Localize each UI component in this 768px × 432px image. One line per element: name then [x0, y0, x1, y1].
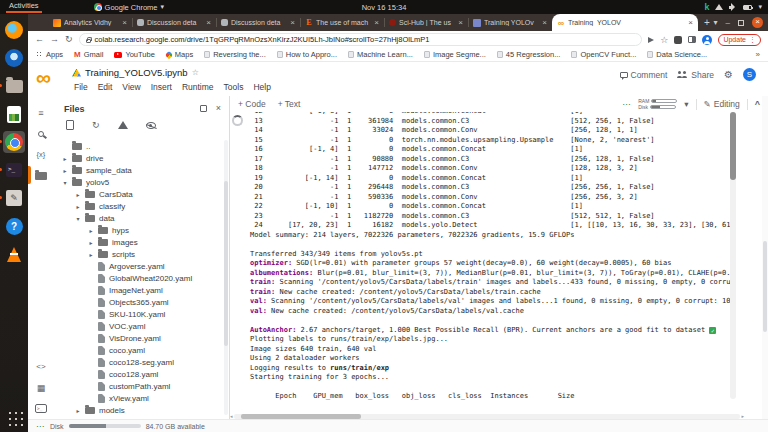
sidebar-command-palette-icon[interactable]: ▦ [28, 377, 54, 398]
bookmark-item[interactable]: YouTube [114, 50, 154, 59]
chevron-right-icon[interactable]: ▸ [88, 239, 94, 246]
bookmark-item[interactable]: Machine Learn... [348, 50, 413, 59]
close-panel-icon[interactable]: × [216, 103, 221, 113]
notebook-title[interactable]: Training_YOLOV5.ipynb [85, 67, 188, 78]
tab-close-icon[interactable]: × [688, 18, 693, 27]
dock-item-thunderbird[interactable] [3, 47, 25, 69]
upload-icon[interactable] [66, 120, 74, 130]
tree-item-classify[interactable]: ▸classify [54, 200, 223, 212]
tree-item-objects365-yaml[interactable]: Objects365.yaml [54, 296, 223, 308]
bookmark-item[interactable]: Data Science... [647, 50, 707, 59]
dock-item-files[interactable] [3, 75, 25, 97]
chevron-right-icon[interactable]: ▸ [75, 407, 81, 414]
browser-tab[interactable]: Analytics Vidhy× [48, 14, 132, 31]
star-notebook-icon[interactable]: ☆ [192, 68, 199, 77]
tree-item-coco128-seg-yaml[interactable]: coco128-seg.yaml [54, 356, 223, 368]
bookmark-item[interactable]: How to Appro... [277, 50, 337, 59]
extension-icon[interactable] [674, 36, 682, 44]
add-code-button[interactable]: + Code [238, 99, 266, 109]
dock-item-vlc[interactable] [3, 243, 25, 265]
bookmark-item[interactable]: Reversing the... [204, 50, 266, 59]
tree-item-coco-yaml[interactable]: coco.yaml [54, 344, 223, 356]
tree-item-images[interactable]: ▸images [54, 236, 223, 248]
activities-button[interactable]: Activities [6, 1, 42, 13]
lock-icon[interactable] [86, 39, 91, 43]
chevron-down-icon[interactable]: ▾ [75, 215, 81, 222]
address-bar[interactable]: colab.research.google.com/drive/1TqGRPqR… [79, 33, 643, 46]
minimize-button[interactable]: – [726, 18, 730, 27]
dock-item-show-apps[interactable] [3, 406, 25, 428]
browser-tab[interactable]: EThe use of mach× [300, 14, 384, 31]
tree-item-drive[interactable]: ▸drive [54, 152, 223, 164]
tab-search-caret-icon[interactable]: ▾ [714, 18, 718, 27]
add-text-button[interactable]: + Text [278, 99, 301, 109]
collapse-output-icon[interactable]: ^ [755, 99, 760, 109]
tab-close-icon[interactable]: × [290, 18, 295, 27]
more-menu-icon[interactable]: ⋮ [749, 36, 756, 44]
sidebar-files-icon[interactable] [28, 165, 54, 186]
dock-item-help[interactable]: ? [3, 215, 25, 237]
dock-item-firefox[interactable] [3, 19, 25, 41]
chevron-down-icon[interactable]: ▾ [62, 179, 68, 186]
url-text[interactable]: colab.research.google.com/drive/1TqGRPqR… [95, 35, 430, 44]
forward-button[interactable]: → [50, 35, 59, 44]
profile-avatar[interactable] [702, 35, 712, 45]
tree-item-carsdata[interactable]: ▸CarsData [54, 188, 223, 200]
chevron-right-icon[interactable]: ▸ [62, 167, 68, 174]
menu-file[interactable]: File [74, 82, 88, 92]
tree-item-visdrone-yaml[interactable]: VisDrone.yaml [54, 332, 223, 344]
refresh-icon[interactable]: ↻ [92, 120, 100, 130]
page-scrollbar[interactable] [762, 96, 768, 419]
maximize-button[interactable] [738, 20, 744, 26]
hide-files-icon[interactable] [146, 122, 156, 129]
system-tray[interactable]: k▾ [704, 0, 762, 14]
tree-item-scripts[interactable]: ▸scripts [54, 248, 223, 260]
sidebar-variables-icon[interactable]: {x} [28, 144, 54, 165]
reload-button[interactable]: ↻ [65, 35, 73, 44]
tab-close-icon[interactable]: × [122, 18, 127, 27]
colab-logo-icon[interactable]: ∞ [36, 66, 51, 90]
bookmark-item[interactable]: Apps [36, 50, 63, 59]
tree-item--[interactable]: .. [54, 140, 223, 152]
settings-gear-icon[interactable]: ⚙ [724, 69, 733, 80]
dock-item-text-editor[interactable]: ✎ [3, 187, 25, 209]
bookmark-item[interactable]: Maps [166, 50, 193, 59]
resources-caret-icon[interactable]: ▾ [684, 99, 688, 109]
tree-item-sku-110k-yaml[interactable]: SKU-110K.yaml [54, 308, 223, 320]
tree-item-sample-data[interactable]: ▸sample_data [54, 164, 223, 176]
tab-close-icon[interactable]: × [542, 18, 547, 27]
menu-view[interactable]: View [122, 82, 140, 92]
comment-button[interactable]: Comment [620, 70, 668, 80]
tree-item-coco128-yaml[interactable]: coco128.yaml [54, 368, 223, 380]
menu-edit[interactable]: Edit [98, 82, 113, 92]
app-menu[interactable]: Google Chrome ▾ [94, 3, 164, 12]
output-vertical-scrollbar[interactable] [730, 112, 736, 399]
tab-close-icon[interactable]: × [206, 18, 211, 27]
chevron-right-icon[interactable]: ▸ [62, 155, 68, 162]
tree-item-voc-yaml[interactable]: VOC.yaml [54, 320, 223, 332]
back-button[interactable]: ← [35, 35, 44, 44]
browser-tab[interactable]: Discussion deta× [216, 14, 300, 31]
sidebar-icon[interactable] [688, 36, 696, 43]
files-scrollbar[interactable] [224, 140, 228, 415]
chevron-right-icon[interactable]: ▸ [75, 203, 81, 210]
tab-close-icon[interactable]: × [458, 18, 463, 27]
chevron-right-icon[interactable]: ▸ [88, 251, 94, 258]
open-in-tab-icon[interactable] [200, 105, 207, 112]
menu-runtime[interactable]: Runtime [182, 82, 214, 92]
browser-tab[interactable]: Training YOLOv× [468, 14, 552, 31]
tree-item-hyps[interactable]: ▸hyps [54, 224, 223, 236]
tree-item-argoverse-yaml[interactable]: Argoverse.yaml [54, 260, 223, 272]
tree-item-yolov5[interactable]: ▾yolov5 [54, 176, 223, 188]
resource-meters[interactable]: RAM Disk [638, 99, 677, 110]
update-button[interactable]: Update ⋮ [718, 34, 761, 46]
bookmark-item[interactable]: MGmail [74, 50, 103, 59]
new-tab-button[interactable]: + [704, 17, 710, 28]
sidebar-search-icon[interactable] [28, 123, 54, 144]
menu-insert[interactable]: Insert [151, 82, 172, 92]
bookmark-item[interactable]: OpenCV Funct... [571, 50, 636, 59]
browser-tab[interactable]: Discussion deta× [132, 14, 216, 31]
bookmark-item[interactable]: Image Segme... [424, 50, 486, 59]
tree-item-models[interactable]: ▸models [54, 404, 223, 416]
menu-tools[interactable]: Tools [224, 82, 244, 92]
